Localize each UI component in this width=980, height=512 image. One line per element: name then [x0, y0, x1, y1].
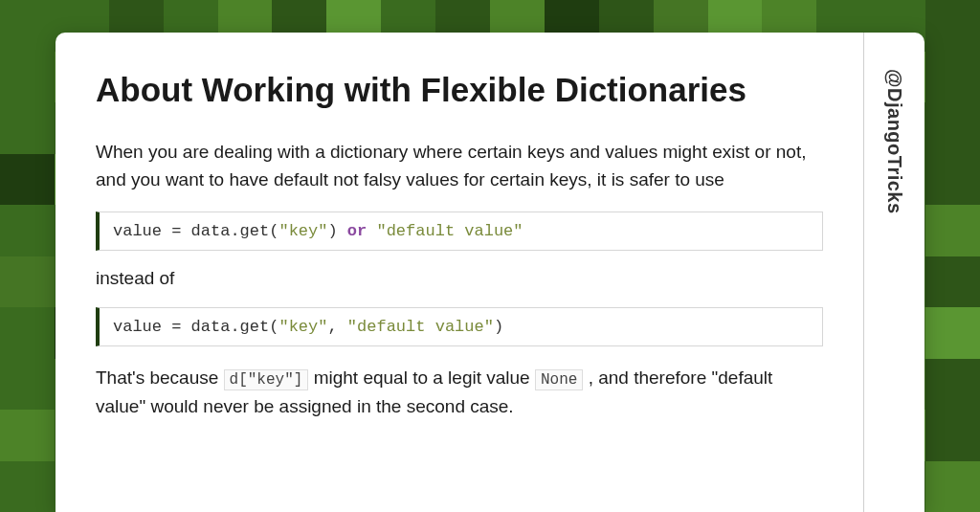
article-main: About Working with Flexible Dictionaries… — [56, 33, 863, 512]
author-handle: @DjangoTricks — [883, 69, 905, 214]
inline-code-none: None — [535, 369, 583, 390]
code-block-preferred: value = data.get("key") or "default valu… — [96, 211, 823, 251]
article-title: About Working with Flexible Dictionaries — [96, 69, 823, 111]
intro-paragraph: When you are dealing with a dictionary w… — [96, 138, 823, 194]
code-block-instead: value = data.get("key", "default value") — [96, 307, 823, 346]
sidebar: @DjangoTricks — [863, 33, 924, 512]
explanation-paragraph: That's because d["key"] might equal to a… — [96, 364, 823, 420]
article-card: About Working with Flexible Dictionaries… — [56, 33, 924, 512]
between-paragraph: instead of — [96, 264, 823, 292]
inline-code-dkey: d["key"] — [224, 369, 309, 390]
